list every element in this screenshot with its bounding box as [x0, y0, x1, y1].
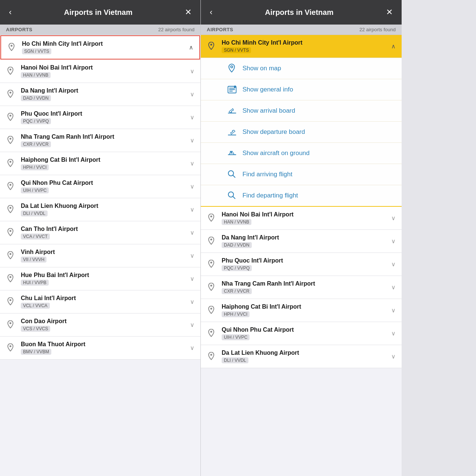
menu-item-label: Show aircraft on ground — [242, 149, 310, 157]
svg-point-3 — [10, 115, 12, 116]
chevron-down-icon: ∨ — [391, 307, 396, 314]
menu-item-0[interactable]: Show on map — [201, 58, 402, 79]
airport-code: SGN / VVTS — [22, 48, 51, 54]
right-airport-item[interactable]: Da Nang Int'l Airport DAD / VVDN ∨ — [201, 230, 402, 253]
svg-point-14 — [210, 44, 212, 45]
airport-code: DAD / VVDN — [222, 242, 252, 248]
svg-point-29 — [210, 284, 212, 286]
right-close-button[interactable]: ✕ — [383, 7, 396, 18]
chevron-down-icon: ∨ — [391, 330, 396, 337]
svg-point-15 — [231, 66, 232, 68]
pin-icon — [7, 42, 17, 53]
right-selected-airport-item[interactable]: Ho Chi Minh City Int'l Airport SGN / VVT… — [201, 35, 402, 58]
chevron-down-icon: ∨ — [190, 68, 194, 75]
airport-name: Da Nang Int'l Airport — [21, 87, 190, 94]
chevron-up-icon: ∧ — [189, 44, 193, 51]
airport-name: Buon Ma Thuot Airport — [21, 341, 190, 348]
right-panel: ‹ Airports in Vietnam ✕ AIRPORTS 22 airp… — [201, 0, 402, 476]
menu-item-2[interactable]: Show arrival board — [201, 100, 402, 122]
airport-info: Da Nang Int'l Airport DAD / VVDN — [222, 234, 391, 248]
right-airport-item[interactable]: Nha Trang Cam Ranh Int'l Airport CXR / V… — [201, 276, 402, 299]
left-airport-item[interactable]: Da Nang Int'l Airport DAD / VVDN ∨ — [0, 83, 200, 106]
chevron-down-icon: ∨ — [391, 284, 396, 291]
airport-name: Hanoi Noi Bai Int'l Airport — [21, 64, 190, 71]
pin-icon — [6, 251, 16, 261]
svg-point-27 — [210, 238, 212, 240]
menu-item-4[interactable]: Show aircraft on ground — [201, 143, 402, 164]
right-airport-item[interactable]: Da Lat Lien Khuong Airport DLI / VVDL ∨ — [201, 345, 402, 368]
airport-code: HPH / VVCI — [222, 311, 250, 317]
menu-item-label: Show departure board — [242, 128, 305, 136]
left-airport-item[interactable]: Ho Chi Minh City Int'l Airport SGN / VVT… — [0, 35, 200, 60]
menu-item-6[interactable]: Find departing flight — [201, 185, 402, 206]
airport-name: Da Lat Lien Khuong Airport — [222, 350, 391, 356]
chevron-down-icon: ∨ — [190, 114, 194, 121]
left-airport-item[interactable]: Phu Quoc Int'l Airport PQC / VVPQ ∨ — [0, 106, 200, 129]
airport-code: DLI / VVDL — [21, 210, 48, 216]
airport-info: Qui Nhon Phu Cat Airport UIH / VVPC — [222, 327, 391, 340]
airport-name: Haiphong Cat Bi Int'l Airport — [21, 157, 190, 163]
pin-icon — [207, 236, 217, 247]
menu-item-5[interactable]: Find arriving flight — [201, 164, 402, 185]
chevron-down-icon: ∨ — [190, 91, 194, 98]
svg-point-8 — [10, 230, 12, 232]
left-back-button[interactable]: ‹ — [6, 7, 15, 18]
airport-code: HAN / VVNB — [21, 72, 51, 78]
svg-point-26 — [210, 215, 212, 217]
left-airport-item[interactable]: Can Tho Int'l Airport VCA / VVCT ∨ — [0, 221, 200, 244]
airport-name: Phu Quoc Int'l Airport — [222, 257, 391, 264]
chevron-down-icon: ∨ — [391, 261, 396, 268]
left-airport-item[interactable]: Da Lat Lien Khuong Airport DLI / VVDL ∨ — [0, 198, 200, 221]
left-section-label: AIRPORTS — [6, 27, 32, 32]
left-airport-item[interactable]: Hanoi Noi Bai Int'l Airport HAN / VVNB ∨ — [0, 60, 200, 83]
pin-icon — [6, 89, 16, 100]
left-airport-item[interactable]: Hue Phu Bai Int'l Airport HUI / VVPB ∨ — [0, 267, 200, 290]
left-close-button[interactable]: ✕ — [182, 7, 194, 18]
pin-icon — [207, 351, 217, 362]
pin-icon — [207, 328, 217, 339]
left-airport-item[interactable]: Con Dao Airport VCS / VVCS ∨ — [0, 313, 200, 337]
airport-info: Hue Phu Bai Int'l Airport HUI / VVPB — [21, 272, 190, 286]
svg-point-32 — [210, 354, 212, 356]
svg-point-28 — [210, 261, 212, 263]
menu-item-3[interactable]: Show departure board — [201, 122, 402, 143]
pin-icon — [6, 228, 16, 238]
right-airport-list: Ho Chi Minh City Int'l Airport SGN / VVT… — [201, 35, 402, 476]
airport-info: Buon Ma Thuot Airport BMV / VVBM — [21, 341, 190, 355]
right-back-button[interactable]: ‹ — [207, 7, 215, 18]
airport-info: Vinh Airport VII / VVVH — [21, 249, 190, 263]
menu-item-label: Find arriving flight — [242, 171, 292, 178]
ground-icon — [227, 148, 237, 158]
svg-point-0 — [11, 45, 13, 46]
chevron-down-icon: ∨ — [190, 160, 194, 167]
left-airport-item[interactable]: Haiphong Cat Bi Int'l Airport HPH / VVCI… — [0, 152, 200, 175]
svg-point-2 — [10, 91, 12, 93]
svg-point-30 — [210, 308, 212, 309]
airport-code: PQC / VVPQ — [21, 118, 51, 124]
info-icon: i — [227, 84, 237, 95]
airport-name: Ho Chi Minh City Int'l Airport — [222, 39, 391, 46]
svg-line-25 — [233, 197, 235, 199]
airport-code: UIH / VVPC — [21, 187, 49, 193]
left-panel-title: Airports in Vietnam — [15, 8, 182, 17]
right-airport-item[interactable]: Haiphong Cat Bi Int'l Airport HPH / VVCI… — [201, 299, 402, 322]
pin-icon — [207, 282, 217, 293]
left-airport-item[interactable]: Vinh Airport VII / VVVH ∨ — [0, 244, 200, 267]
left-airport-item[interactable]: Chu Lai Int'l Airport VCL / VVCA ∨ — [0, 290, 200, 313]
left-section-header: AIRPORTS 22 airports found — [0, 25, 200, 35]
menu-item-1[interactable]: i Show general info — [201, 79, 402, 100]
svg-line-23 — [233, 176, 235, 178]
pin-icon — [6, 320, 16, 330]
airport-info: Qui Nhon Phu Cat Airport UIH / VVPC — [21, 180, 190, 193]
pin-icon — [6, 66, 16, 77]
right-airport-item[interactable]: Hanoi Noi Bai Int'l Airport HAN / VVNB ∨ — [201, 207, 402, 230]
svg-point-4 — [10, 138, 12, 139]
left-airport-list: Ho Chi Minh City Int'l Airport SGN / VVT… — [0, 35, 200, 476]
right-airport-item[interactable]: Qui Nhon Phu Cat Airport UIH / VVPC ∨ — [201, 322, 402, 345]
left-airport-item[interactable]: Qui Nhon Phu Cat Airport UIH / VVPC ∨ — [0, 175, 200, 198]
svg-point-9 — [10, 253, 12, 255]
left-airport-item[interactable]: Buon Ma Thuot Airport BMV / VVBM ∨ — [0, 337, 200, 360]
left-airport-item[interactable]: Nha Trang Cam Ranh Int'l Airport CXR / V… — [0, 129, 200, 152]
right-airport-item[interactable]: Phu Quoc Int'l Airport PQC / VVPQ ∨ — [201, 253, 402, 276]
svg-point-13 — [10, 345, 12, 347]
